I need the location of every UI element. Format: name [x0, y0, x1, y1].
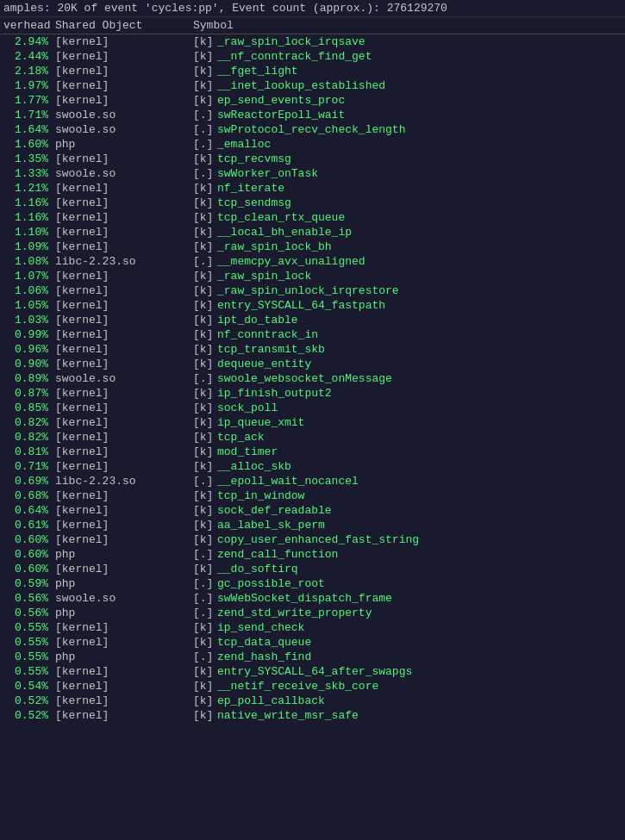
- cell-symbol: swWebSocket_dispatch_frame: [217, 592, 622, 605]
- cell-type: [.]: [193, 255, 217, 268]
- table-row[interactable]: 0.59%php[.]gc_possible_root: [0, 576, 625, 591]
- cell-overhead: 1.07%: [3, 270, 55, 283]
- cell-type: [.]: [193, 592, 217, 605]
- table-row[interactable]: 1.07%[kernel][k]_raw_spin_lock: [0, 269, 625, 283]
- cell-overhead: 1.97%: [3, 79, 55, 92]
- cell-overhead: 1.33%: [3, 167, 55, 180]
- table-row[interactable]: 0.90%[kernel][k]dequeue_entity: [0, 357, 625, 371]
- cell-overhead: 0.55%: [3, 621, 55, 634]
- table-row[interactable]: 1.03%[kernel][k]ipt_do_table: [0, 313, 625, 327]
- table-row[interactable]: 0.96%[kernel][k]tcp_transmit_skb: [0, 342, 625, 357]
- cell-overhead: 0.52%: [3, 694, 55, 707]
- table-row[interactable]: 1.71%swoole.so[.]swReactorEpoll_wait: [0, 108, 625, 122]
- table-row[interactable]: 0.55%[kernel][k]ip_send_check: [0, 620, 625, 635]
- cell-type: [k]: [193, 79, 217, 92]
- col-header-overhead: verhead: [3, 19, 55, 32]
- cell-type: [k]: [193, 211, 217, 224]
- cell-shared-object: [kernel]: [55, 489, 193, 502]
- table-row[interactable]: 1.97%[kernel][k]__inet_lookup_establishe…: [0, 78, 625, 93]
- header-bar: amples: 20K of event 'cycles:pp', Event …: [0, 0, 625, 17]
- table-row[interactable]: 1.09%[kernel][k]_raw_spin_lock_bh: [0, 240, 625, 254]
- cell-type: [k]: [193, 240, 217, 253]
- table-row[interactable]: 1.77%[kernel][k]ep_send_events_proc: [0, 93, 625, 108]
- table-row[interactable]: 2.94%[kernel][k]_raw_spin_lock_irqsave: [0, 34, 625, 49]
- table-row[interactable]: 1.05%[kernel][k]entry_SYSCALL_64_fastpat…: [0, 298, 625, 313]
- col-header-shared: Shared Object: [55, 19, 193, 32]
- table-row[interactable]: 0.87%[kernel][k]ip_finish_output2: [0, 386, 625, 401]
- cell-type: [k]: [193, 460, 217, 473]
- table-row[interactable]: 0.68%[kernel][k]tcp_in_window: [0, 488, 625, 503]
- cell-symbol: entry_SYSCALL_64_after_swapgs: [217, 665, 622, 678]
- table-row[interactable]: 1.10%[kernel][k]__local_bh_enable_ip: [0, 225, 625, 240]
- table-row[interactable]: 1.21%[kernel][k]nf_iterate: [0, 181, 625, 196]
- cell-shared-object: [kernel]: [55, 226, 193, 239]
- cell-symbol: ipt_do_table: [217, 314, 622, 327]
- table-row[interactable]: 0.56%swoole.so[.]swWebSocket_dispatch_fr…: [0, 591, 625, 606]
- table-row[interactable]: 0.82%[kernel][k]ip_queue_xmit: [0, 415, 625, 430]
- table-row[interactable]: 1.06%[kernel][k]_raw_spin_unlock_irqrest…: [0, 283, 625, 298]
- table-row[interactable]: 0.89%swoole.so[.]swoole_websocket_onMess…: [0, 371, 625, 386]
- cell-shared-object: [kernel]: [55, 636, 193, 649]
- cell-shared-object: [kernel]: [55, 270, 193, 283]
- table-row[interactable]: 0.52%[kernel][k]ep_poll_callback: [0, 694, 625, 708]
- cell-overhead: 0.60%: [3, 533, 55, 546]
- cell-type: [k]: [193, 431, 217, 444]
- cell-overhead: 0.87%: [3, 387, 55, 400]
- cell-shared-object: libc-2.23.so: [55, 255, 193, 268]
- table-row[interactable]: 1.64%swoole.so[.]swProtocol_recv_check_l…: [0, 122, 625, 137]
- cell-symbol: tcp_sendmsg: [217, 196, 622, 209]
- cell-overhead: 1.21%: [3, 182, 55, 195]
- table-row[interactable]: 0.82%[kernel][k]tcp_ack: [0, 430, 625, 445]
- cell-symbol: __local_bh_enable_ip: [217, 226, 622, 239]
- table-row[interactable]: 1.35%[kernel][k]tcp_recvmsg: [0, 152, 625, 166]
- cell-symbol: nf_conntrack_in: [217, 328, 622, 341]
- table-row[interactable]: 0.56%php[.]zend_std_write_property: [0, 606, 625, 620]
- table-row[interactable]: 2.18%[kernel][k]__fget_light: [0, 64, 625, 78]
- cell-overhead: 0.56%: [3, 607, 55, 619]
- cell-overhead: 0.55%: [3, 636, 55, 649]
- table-row[interactable]: 1.16%[kernel][k]tcp_sendmsg: [0, 196, 625, 210]
- table-row[interactable]: 0.85%[kernel][k]sock_poll: [0, 401, 625, 415]
- table-row[interactable]: 0.60%[kernel][k]__do_softirq: [0, 562, 625, 576]
- cell-symbol: zend_hash_find: [217, 650, 622, 663]
- table-row[interactable]: 1.16%[kernel][k]tcp_clean_rtx_queue: [0, 210, 625, 225]
- cell-shared-object: [kernel]: [55, 182, 193, 195]
- col-header-symbol: Symbol: [193, 19, 622, 32]
- table-row[interactable]: 0.71%[kernel][k]__alloc_skb: [0, 459, 625, 474]
- table-row[interactable]: 0.69%libc-2.23.so[.]__epoll_wait_nocance…: [0, 474, 625, 488]
- cell-type: [k]: [193, 401, 217, 414]
- table-row[interactable]: 1.60%php[.]_emalloc: [0, 137, 625, 152]
- table-row[interactable]: 0.81%[kernel][k]mod_timer: [0, 445, 625, 459]
- cell-overhead: 0.81%: [3, 445, 55, 458]
- cell-overhead: 0.56%: [3, 592, 55, 605]
- table-row[interactable]: 0.60%[kernel][k]copy_user_enhanced_fast_…: [0, 532, 625, 547]
- cell-overhead: 1.09%: [3, 240, 55, 253]
- cell-overhead: 0.64%: [3, 504, 55, 517]
- table-row[interactable]: 1.08%libc-2.23.so[.]__memcpy_avx_unalign…: [0, 254, 625, 269]
- cell-overhead: 1.16%: [3, 211, 55, 224]
- cell-type: [k]: [193, 387, 217, 400]
- cell-shared-object: [kernel]: [55, 94, 193, 107]
- cell-shared-object: [kernel]: [55, 35, 193, 48]
- table-row[interactable]: 0.52%[kernel][k]native_write_msr_safe: [0, 708, 625, 723]
- table-row[interactable]: 1.33%swoole.so[.]swWorker_onTask: [0, 166, 625, 181]
- cell-overhead: 1.16%: [3, 196, 55, 209]
- table-row[interactable]: 0.55%[kernel][k]entry_SYSCALL_64_after_s…: [0, 664, 625, 679]
- table-row[interactable]: 0.55%[kernel][k]tcp_data_queue: [0, 635, 625, 650]
- cell-symbol: sock_poll: [217, 401, 622, 414]
- table-row[interactable]: 0.99%[kernel][k]nf_conntrack_in: [0, 327, 625, 342]
- cell-overhead: 1.05%: [3, 299, 55, 312]
- table-row[interactable]: 0.60%php[.]zend_call_function: [0, 547, 625, 562]
- cell-overhead: 0.55%: [3, 650, 55, 663]
- table-row[interactable]: 0.64%[kernel][k]sock_def_readable: [0, 503, 625, 518]
- cell-overhead: 1.03%: [3, 314, 55, 327]
- table-row[interactable]: 0.54%[kernel][k]__netif_receive_skb_core: [0, 679, 625, 694]
- cell-symbol: swoole_websocket_onMessage: [217, 372, 622, 385]
- cell-type: [.]: [193, 607, 217, 619]
- cell-symbol: ep_send_events_proc: [217, 94, 622, 107]
- cell-shared-object: [kernel]: [55, 240, 193, 253]
- cell-type: [.]: [193, 138, 217, 151]
- table-row[interactable]: 0.61%[kernel][k]aa_label_sk_perm: [0, 518, 625, 532]
- table-row[interactable]: 0.55%php[.]zend_hash_find: [0, 650, 625, 664]
- table-row[interactable]: 2.44%[kernel][k]__nf_conntrack_find_get: [0, 49, 625, 64]
